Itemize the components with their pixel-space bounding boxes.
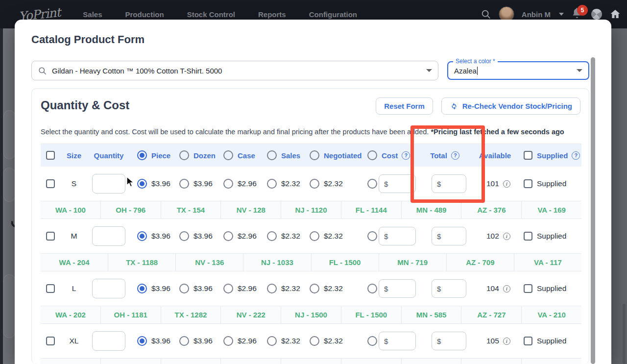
price-radio[interactable] — [223, 179, 233, 189]
price-radio[interactable] — [179, 231, 189, 241]
nav-item-sales[interactable]: Sales — [83, 10, 102, 19]
table-row: L $3.96$3.96$2.96$2.32$2.32 $ $ 104i Sup… — [41, 271, 581, 306]
product-select-value: Gildan - Heavy Cotton ™ 100% Cotton T-Sh… — [52, 67, 421, 75]
available-count: 105 — [486, 337, 499, 345]
info-icon[interactable]: i — [503, 180, 510, 188]
stock-cell: TX - 1282 — [161, 306, 221, 323]
search-icon[interactable] — [481, 9, 491, 20]
color-select[interactable]: Select a color * Azalea — [447, 61, 589, 80]
total-input[interactable]: $ — [432, 332, 466, 350]
quantity-input[interactable] — [92, 279, 125, 298]
select-all-checkbox[interactable] — [46, 151, 55, 160]
total-input[interactable]: $ — [432, 279, 466, 298]
price-radio[interactable] — [179, 179, 189, 189]
modal-title: Catalog Product Form — [31, 33, 145, 46]
supplied-checkbox[interactable] — [524, 284, 532, 293]
case-mode-radio[interactable] — [223, 150, 233, 160]
price-value: $2.96 — [238, 337, 257, 345]
cost-radio[interactable] — [367, 179, 377, 189]
cost-radio[interactable] — [367, 284, 377, 293]
total-input[interactable]: $ — [432, 227, 466, 245]
cost-radio[interactable] — [367, 336, 377, 346]
cost-help-icon[interactable]: ? — [402, 151, 410, 160]
quantity-cost-card: Quantity & Cost Reset Form Re-Check Vend… — [31, 88, 589, 364]
stock-availability-row: WA - 202OH - 1181TX - 1282NV - 222NJ - 1… — [41, 306, 581, 324]
price-radio[interactable] — [179, 336, 189, 346]
stock-cell: NJ - 1500 — [281, 306, 341, 323]
theme-toggle-icon[interactable] — [591, 9, 602, 20]
supplied-help-icon[interactable]: ? — [572, 151, 580, 160]
user-name[interactable]: Anbin M — [522, 10, 551, 19]
nav-item-reports[interactable]: Reports — [258, 10, 286, 19]
price-radio[interactable] — [267, 284, 277, 293]
price-radio[interactable] — [223, 336, 233, 346]
dropdown-arrow-icon[interactable] — [426, 69, 432, 72]
row-select-checkbox[interactable] — [46, 232, 55, 241]
negotiated-mode-radio[interactable] — [310, 150, 319, 160]
cost-radio[interactable] — [367, 231, 377, 241]
price-value: $2.32 — [324, 179, 343, 188]
quantity-cost-table: Size Quantity Piece Dozen Case Sales Neg… — [41, 144, 581, 364]
info-icon[interactable]: i — [503, 233, 510, 240]
background-sidebar — [0, 0, 3, 364]
price-value: $3.96 — [193, 337, 213, 345]
nav-item-configuration[interactable]: Configuration — [309, 10, 357, 19]
page-scrollbar[interactable] — [623, 304, 626, 364]
supplied-all-checkbox[interactable] — [524, 151, 532, 160]
info-icon[interactable]: i — [503, 285, 510, 292]
nav-item-stock-control[interactable]: Stock Control — [187, 10, 235, 19]
cost-input[interactable]: $ — [379, 227, 416, 245]
price-radio[interactable] — [223, 284, 233, 293]
stock-cell: MN - 585 — [401, 306, 461, 323]
cost-mode-radio[interactable] — [367, 150, 377, 160]
info-icon[interactable]: i — [503, 338, 510, 345]
cost-input[interactable]: $ — [379, 279, 416, 298]
price-value: $2.32 — [324, 232, 343, 241]
row-select-checkbox[interactable] — [46, 337, 55, 345]
stock-cell: MN - 719 — [379, 254, 446, 271]
text-caret — [477, 67, 478, 75]
dimmed-card — [3, 274, 15, 338]
price-radio[interactable] — [267, 231, 277, 241]
product-select[interactable]: Gildan - Heavy Cotton ™ 100% Cotton T-Sh… — [31, 61, 438, 80]
price-value: $3.96 — [151, 284, 170, 293]
supplied-checkbox[interactable] — [524, 337, 532, 345]
price-radio[interactable] — [267, 179, 277, 189]
price-radio[interactable] — [137, 179, 147, 189]
cost-input[interactable]: $ — [379, 332, 416, 350]
price-radio[interactable] — [310, 231, 319, 241]
sales-mode-radio[interactable] — [267, 150, 277, 160]
quantity-input[interactable] — [92, 331, 125, 351]
quantity-input[interactable] — [92, 226, 125, 246]
price-value: $2.32 — [281, 232, 300, 241]
nav-item-production[interactable]: Production — [125, 10, 164, 19]
price-radio[interactable] — [223, 231, 233, 241]
supplied-checkbox[interactable] — [524, 179, 532, 188]
mouse-cursor — [126, 176, 137, 188]
price-radio[interactable] — [137, 231, 147, 241]
piece-mode-radio[interactable] — [137, 150, 147, 160]
stock-cell: VA - 169 — [521, 201, 581, 218]
home-icon[interactable] — [609, 8, 621, 20]
dozen-mode-radio[interactable] — [179, 150, 189, 160]
dropdown-arrow-icon[interactable] — [577, 69, 582, 72]
price-radio[interactable] — [310, 284, 319, 293]
supplied-checkbox[interactable] — [524, 232, 532, 241]
stock-cell: WA - 204 — [41, 254, 108, 271]
chevron-down-icon[interactable] — [559, 13, 564, 16]
price-radio[interactable] — [310, 336, 319, 346]
row-select-checkbox[interactable] — [46, 179, 55, 188]
sync-icon — [450, 102, 458, 111]
price-radio[interactable] — [137, 284, 147, 293]
price-radio[interactable] — [267, 336, 277, 346]
price-radio[interactable] — [137, 336, 147, 346]
reset-form-button[interactable]: Reset Form — [376, 97, 433, 115]
row-select-checkbox[interactable] — [46, 284, 55, 293]
price-radio[interactable] — [179, 284, 189, 293]
stock-cell: TX - 1188 — [108, 254, 175, 271]
table-body: S $3.96$3.96$2.96$2.32$2.32 $ $ 101i Sup… — [41, 167, 581, 364]
modal-scrollbar[interactable] — [591, 57, 595, 364]
price-radio[interactable] — [310, 179, 319, 189]
recheck-vendor-button[interactable]: Re-Check Vendor Stock/Pricing — [441, 97, 580, 115]
quantity-input[interactable] — [92, 174, 125, 194]
